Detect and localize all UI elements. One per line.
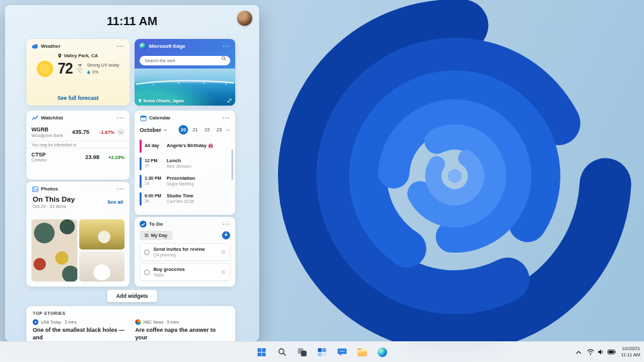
search-icon bbox=[277, 348, 286, 356]
todo-check-icon bbox=[140, 221, 147, 228]
task-checkbox[interactable] bbox=[144, 250, 150, 255]
task-view-icon bbox=[297, 348, 306, 356]
weather-more-icon[interactable]: ··· bbox=[117, 45, 125, 48]
droplet-icon bbox=[87, 70, 91, 75]
search-icon bbox=[221, 56, 226, 61]
photos-title: Photos bbox=[41, 186, 58, 192]
watchlist-title: Watchlist bbox=[41, 115, 63, 121]
temperature-value: 72 bbox=[58, 60, 73, 77]
task-checkbox[interactable] bbox=[144, 270, 150, 275]
tray-clock[interactable]: 10/20/21 11:11 AM bbox=[621, 346, 640, 359]
expand-icon[interactable] bbox=[227, 98, 232, 103]
calendar-event[interactable]: 1:30 PM1h PresentationSkype Meeting bbox=[138, 173, 231, 189]
unit-fahrenheit[interactable]: °F bbox=[78, 63, 82, 68]
photos-subtitle: Oct 20 · 33 items bbox=[33, 204, 75, 209]
avatar[interactable] bbox=[237, 11, 252, 26]
calendar-event[interactable]: All day Angela's Birthday bbox=[138, 138, 231, 154]
battery-icon bbox=[608, 349, 616, 354]
wifi-icon bbox=[587, 349, 594, 355]
stock-row[interactable]: CTSP Contoso 23.98 +2.23% bbox=[26, 148, 130, 166]
weather-widget: Weather ··· Valley Park, CA 72 °F °C Str… bbox=[26, 39, 130, 106]
task-view-button[interactable] bbox=[294, 344, 311, 360]
usa-today-logo bbox=[33, 319, 38, 325]
weather-title: Weather bbox=[41, 43, 60, 49]
stock-sparkline-icon[interactable] bbox=[117, 128, 125, 136]
weather-cloud-icon bbox=[31, 43, 38, 50]
calendar-event[interactable]: 12 PM1h LunchAlex Johnson bbox=[138, 155, 231, 172]
chevron-down-icon[interactable] bbox=[164, 129, 167, 131]
watchlist-widget: Watchlist ··· WGRB Woodgrove Bank 435.75… bbox=[26, 111, 130, 180]
edge-widget: Microsoft Edge ··· Ikema Ohashi, Japan bbox=[135, 39, 235, 106]
bridge-graphic bbox=[135, 77, 235, 86]
photo-thumbnail[interactable] bbox=[79, 251, 125, 282]
watchlist-chart-icon bbox=[31, 114, 38, 121]
widgets-button[interactable] bbox=[314, 344, 331, 360]
start-button[interactable] bbox=[253, 344, 270, 360]
star-icon[interactable]: ☆ bbox=[221, 270, 226, 275]
location-pin-icon bbox=[58, 53, 62, 58]
date-pill[interactable]: 21 bbox=[191, 125, 200, 134]
edge-more-icon[interactable]: ··· bbox=[223, 45, 230, 48]
photo-caption: Ikema Ohashi, Japan bbox=[143, 99, 184, 103]
widgets-panel: 11:11 AM Weather ··· Valley Park, CA 72 … bbox=[5, 5, 259, 341]
weather-location[interactable]: Valley Park, CA bbox=[26, 53, 130, 58]
file-explorer-button[interactable] bbox=[354, 344, 371, 360]
task-item[interactable]: Send invites for reviewQ4 planning ☆ bbox=[140, 243, 230, 261]
tray-date: 10/20/21 bbox=[621, 346, 640, 353]
todo-title: To Do bbox=[149, 221, 163, 227]
weather-condition: Strong UV today bbox=[87, 63, 119, 67]
calendar-month[interactable]: October bbox=[140, 127, 162, 133]
task-item[interactable]: Buy groceriesTasks ☆ bbox=[140, 263, 230, 281]
add-task-button[interactable]: + bbox=[222, 231, 230, 239]
photo-thumbnail[interactable] bbox=[31, 219, 77, 282]
unit-celsius[interactable]: °C bbox=[77, 70, 82, 74]
photos-icon bbox=[31, 185, 38, 192]
widgets-icon bbox=[318, 348, 326, 356]
chat-button[interactable] bbox=[334, 344, 351, 360]
date-pill[interactable]: 23 bbox=[214, 125, 224, 134]
edge-browser-button[interactable] bbox=[374, 344, 391, 360]
top-stories-label: TOP STORIES bbox=[33, 311, 229, 315]
chevron-down-icon[interactable] bbox=[226, 129, 230, 131]
see-full-forecast-link[interactable]: See full forecast bbox=[26, 95, 130, 101]
date-pill[interactable]: 20 bbox=[179, 125, 188, 134]
volume-icon bbox=[597, 349, 604, 355]
gift-icon bbox=[208, 143, 213, 148]
todo-more-icon[interactable]: ··· bbox=[223, 222, 230, 226]
chat-icon bbox=[338, 348, 347, 356]
photos-widget: Photos ··· On This Day Oct 20 · 33 items… bbox=[26, 182, 130, 287]
watchlist-suggestion-label: You may be interested in bbox=[26, 141, 130, 148]
scrollbar[interactable] bbox=[231, 150, 233, 180]
location-pin-icon bbox=[138, 99, 142, 103]
photos-heading: On This Day bbox=[33, 195, 75, 203]
news-story[interactable]: NBC News · 5 mins Are coffee naps the an… bbox=[135, 319, 229, 341]
nbc-news-logo bbox=[135, 319, 141, 325]
folder-icon bbox=[358, 349, 367, 356]
calendar-more-icon[interactable]: ··· bbox=[223, 116, 230, 120]
todo-widget: To Do ··· My Day + Send invites for revi… bbox=[135, 217, 235, 287]
date-pill[interactable]: 22 bbox=[203, 125, 212, 134]
stock-row[interactable]: WGRB Woodgrove Bank 435.75 -1.67% bbox=[26, 123, 130, 141]
watchlist-more-icon[interactable]: ··· bbox=[117, 116, 125, 120]
sun-icon bbox=[36, 60, 53, 77]
calendar-icon bbox=[140, 114, 147, 121]
unit-toggle[interactable]: °F °C bbox=[77, 63, 82, 74]
tray-chevron-up-icon[interactable] bbox=[575, 350, 582, 354]
see-all-link[interactable]: See all bbox=[108, 199, 123, 205]
edge-title: Microsoft Edge bbox=[149, 43, 186, 49]
add-widgets-button[interactable]: Add widgets bbox=[107, 290, 158, 302]
calendar-title: Calendar bbox=[149, 115, 170, 121]
search-button[interactable] bbox=[274, 344, 291, 360]
photo-thumbnail[interactable] bbox=[79, 219, 125, 250]
photos-more-icon[interactable]: ··· bbox=[117, 187, 125, 191]
my-day-tab[interactable]: My Day bbox=[140, 231, 172, 240]
star-icon[interactable]: ☆ bbox=[221, 250, 226, 255]
search-input[interactable] bbox=[140, 56, 230, 65]
calendar-event[interactable]: 6:00 PM3h Studio TimeConf Rm 32/35 bbox=[138, 190, 231, 207]
system-tray-icons[interactable] bbox=[587, 349, 616, 355]
calendar-date-strip: 20 21 22 23 bbox=[179, 125, 230, 134]
news-story[interactable]: USA Today · 3 mins One of the smallest b… bbox=[33, 319, 126, 341]
windows-logo-icon bbox=[258, 348, 266, 356]
wallpaper-bloom bbox=[250, 0, 644, 362]
edge-photo[interactable]: Ikema Ohashi, Japan bbox=[135, 69, 235, 106]
